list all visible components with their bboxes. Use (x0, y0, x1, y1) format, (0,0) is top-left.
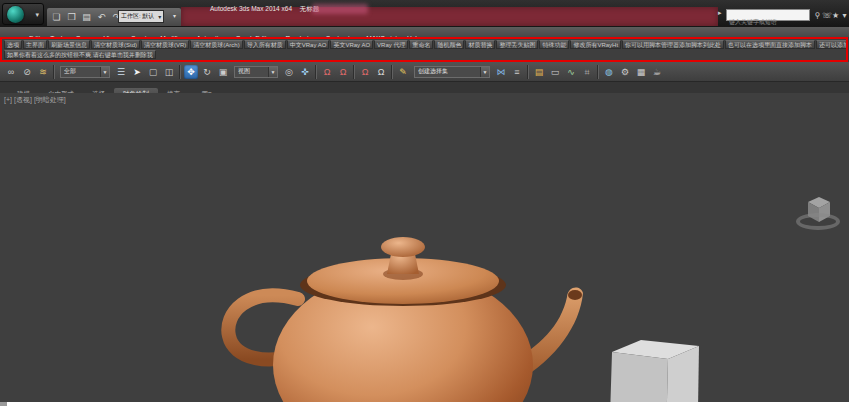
viewport-label-segment[interactable]: [透视] (14, 96, 32, 103)
application-menu-button[interactable]: ▾ (2, 3, 44, 25)
script-button[interactable]: 还可以添加mse文件啦 (816, 40, 846, 49)
script-button[interactable]: 清空材质球(Std) (91, 40, 140, 49)
angle-snap-icon[interactable]: Ω (336, 65, 350, 79)
chevron-down-icon: ▼ (480, 67, 489, 77)
script-button[interactable]: 也可以在选项里面直接添加脚本 (725, 40, 815, 49)
main-toolbar: ∞⊘≋ 全部 ▼ ☰➤▢◫✥↻▣ 视图 ▼ ◎✜ΩΩΩΩ✎ 创建选择集 ▼ ⋈≡… (0, 62, 849, 81)
layer-manager-icon[interactable]: ▤ (532, 65, 546, 79)
rendered-frame-window-icon[interactable]: ▦ (634, 65, 648, 79)
select-and-move-icon[interactable]: ✥ (184, 65, 198, 79)
script-toolbar-highlight: 选项主界面刷新场景信息清空材质球(Std)清空材质球(VR)清空材质球(Arch… (0, 37, 848, 62)
rectangular-selection-region-icon[interactable]: ▢ (146, 65, 160, 79)
script-toolbar-row2: 如果你看着这么多的按钮很不爽,请右键单击我并删除我 (4, 50, 157, 60)
select-object-icon[interactable]: ➤ (130, 65, 144, 79)
product-title: Autodesk 3ds Max 2014 x64 (210, 5, 292, 12)
toolbar-separator (391, 65, 393, 79)
align-icon[interactable]: ≡ (510, 65, 524, 79)
edit-named-selection-sets-icon[interactable]: ✎ (396, 65, 410, 79)
select-and-manipulate-icon[interactable]: ✜ (298, 65, 312, 79)
script-button[interactable]: 你可以用脚本管理器添加脚本到此处 (622, 40, 724, 49)
infocenter-icons: ⚲☏★▾ (813, 8, 849, 22)
script-button[interactable]: 材质替换 (465, 40, 495, 49)
select-by-name-icon[interactable]: ☰ (114, 65, 128, 79)
script-toolbar-row1: 选项主界面刷新场景信息清空材质球(Std)清空材质球(VR)清空材质球(Arch… (4, 40, 846, 50)
toolbar-separator (315, 65, 317, 79)
infocenter-menu-arrow-icon[interactable]: ▾ (840, 11, 849, 20)
bind-to-space-warp-icon[interactable]: ≋ (36, 65, 50, 79)
teapot-object[interactable] (218, 235, 598, 402)
spinner-snap-icon[interactable]: Ω (374, 65, 388, 79)
unlink-selection-icon[interactable]: ⊘ (20, 65, 34, 79)
save-file-icon[interactable]: ▤ (80, 11, 93, 24)
viewcube-ring[interactable] (796, 213, 840, 230)
script-button[interactable]: 导入所有材质 (244, 40, 286, 49)
script-button[interactable]: 选项 (4, 40, 22, 49)
3dsmax-logo-icon (7, 6, 24, 23)
named-selection-sets-dropdown[interactable]: 创建选择集 ▼ (414, 66, 490, 78)
schematic-view-icon[interactable]: ⌗ (580, 65, 594, 79)
select-and-link-icon[interactable]: ∞ (4, 65, 18, 79)
named-selection-set-value: 创建选择集 (418, 67, 477, 76)
title-bar: ▾ ❏❒▤↶↷▦ 工作区: 默认 ▾ ▾ Autodesk 3ds Max 20… (0, 0, 849, 27)
curve-editor-icon[interactable]: ∿ (564, 65, 578, 79)
chevron-down-icon: ▾ (158, 13, 161, 20)
infocenter-search-icon[interactable]: ⚲ (813, 11, 822, 20)
window-title: Autodesk 3ds Max 2014 x64 无标题 (210, 5, 319, 14)
script-button[interactable]: 整理丢失贴图 (496, 40, 538, 49)
viewport-label: [+][透视][明暗处理] (4, 95, 68, 105)
box-object[interactable] (600, 333, 705, 402)
graphite-ribbon-toggle-icon[interactable]: ▭ (548, 65, 562, 79)
blurred-region (312, 4, 368, 14)
script-button[interactable]: 清空材质球(VR) (141, 40, 189, 49)
script-button[interactable]: 特殊功能 (539, 40, 569, 49)
communication-center-icon[interactable]: ☏ (822, 11, 831, 20)
viewcube[interactable] (792, 191, 846, 241)
script-button[interactable]: 刷新场景信息 (48, 40, 90, 49)
menu-bar: EditToolsGroupViewsCreateModifiersAnimat… (0, 27, 849, 37)
script-button[interactable]: 英文VRay AO (330, 40, 373, 49)
coord-system-value: 视图 (238, 67, 265, 76)
infocenter-expand-arrow[interactable]: ▸ (718, 9, 722, 17)
use-center-icon[interactable]: ◎ (282, 65, 296, 79)
material-editor-icon[interactable]: ◍ (602, 65, 616, 79)
selection-filter-dropdown[interactable]: 全部 ▼ (60, 66, 110, 78)
favorites-icon[interactable]: ★ (831, 11, 840, 20)
screenshot-artifact (0, 402, 7, 406)
mirror-icon[interactable]: ⋈ (494, 65, 508, 79)
chevron-down-icon: ▼ (268, 67, 277, 77)
undo-icon[interactable]: ↶ (95, 11, 108, 24)
qat-customize-arrow[interactable]: ▾ (170, 12, 179, 19)
snap-toggle-3d-icon[interactable]: Ω (320, 65, 334, 79)
render-setup-icon[interactable]: ⚙ (618, 65, 632, 79)
script-button[interactable]: 随机颜色 (434, 40, 464, 49)
viewport-label-segment[interactable]: [+] (4, 96, 12, 103)
ribbon-tab-bar: 建模自由形式选择对象绘制填充 ▣▾ (0, 81, 849, 93)
toolbar-separator (53, 65, 55, 79)
script-button[interactable]: 中文VRay AO (287, 40, 330, 49)
perspective-viewport[interactable]: [+][透视][明暗处理] (0, 93, 849, 402)
chevron-down-icon: ▾ (35, 11, 39, 19)
search-input[interactable] (727, 17, 809, 27)
toolbar-separator (179, 65, 181, 79)
script-button[interactable]: 清空材质球(Arch) (190, 40, 242, 49)
workspace-selector[interactable]: 工作区: 默认 ▾ (118, 10, 164, 23)
render-production-icon[interactable]: ☕ (650, 65, 664, 79)
percent-snap-icon[interactable]: Ω (358, 65, 372, 79)
select-and-rotate-icon[interactable]: ↻ (200, 65, 214, 79)
teapot-spout-tip (568, 290, 582, 300)
chevron-down-icon: ▼ (100, 67, 109, 77)
reference-coordinate-system-dropdown[interactable]: 视图 ▼ (234, 66, 278, 78)
window-crossing-icon[interactable]: ◫ (162, 65, 176, 79)
new-scene-icon[interactable]: ❏ (50, 11, 63, 24)
script-button[interactable]: 修改所有VRayHt (570, 40, 621, 49)
toolbar-separator (597, 65, 599, 79)
script-button[interactable]: VRay 代理 (374, 40, 408, 49)
select-and-scale-icon[interactable]: ▣ (216, 65, 230, 79)
open-file-icon[interactable]: ❒ (65, 11, 78, 24)
teapot-knob (381, 237, 425, 257)
script-button[interactable]: 主界面 (23, 40, 47, 49)
script-note-button[interactable]: 如果你看着这么多的按钮很不爽,请右键单击我并删除我 (4, 50, 156, 59)
viewport-label-segment[interactable]: [明暗处理] (34, 96, 66, 103)
script-button[interactable]: 重命名 (409, 40, 433, 49)
infocenter-search-box (726, 9, 810, 21)
